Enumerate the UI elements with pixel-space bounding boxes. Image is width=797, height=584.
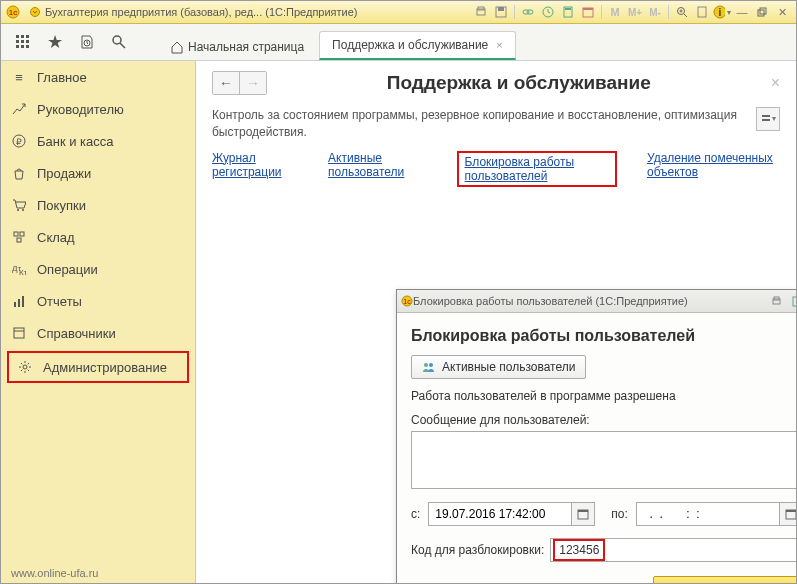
svg-line-34 (120, 43, 125, 48)
svg-text:1c: 1c (9, 8, 17, 17)
sidebar-item-admin[interactable]: Администрирование (7, 351, 189, 383)
calc-icon[interactable] (559, 4, 577, 20)
sidebar: ≡Главное Руководителю ₽Банк и касса Прод… (1, 61, 196, 584)
svg-rect-40 (20, 232, 24, 236)
links-row: Журнал регистрации Активные пользователи… (196, 141, 796, 197)
nav-forward-button[interactable]: → (239, 72, 266, 94)
link-icon[interactable] (519, 4, 537, 20)
svg-rect-28 (26, 40, 29, 43)
sidebar-item-purchases[interactable]: Покупки (1, 189, 195, 221)
page-description: ▾ Контроль за состоянием программы, резе… (196, 99, 796, 141)
from-date-input[interactable] (429, 507, 571, 521)
close-button[interactable]: ✕ (773, 4, 791, 20)
svg-rect-22 (760, 8, 766, 14)
print-icon[interactable] (472, 4, 490, 20)
link-delete-marked[interactable]: Удаление помеченных объектов (647, 151, 780, 187)
svg-point-61 (424, 363, 428, 367)
sidebar-item-manager[interactable]: Руководителю (1, 93, 195, 125)
dialog-print-icon[interactable] (767, 293, 785, 309)
svg-rect-21 (758, 10, 764, 16)
calendar-picker-icon[interactable] (571, 503, 594, 525)
sidebar-item-main[interactable]: ≡Главное (1, 61, 195, 93)
svg-rect-39 (14, 232, 18, 236)
calendar-picker-icon[interactable] (779, 503, 796, 525)
sidebar-label: Руководителю (37, 102, 124, 117)
zoom-icon[interactable] (673, 4, 691, 20)
svg-rect-44 (14, 302, 16, 307)
boxes-icon (11, 229, 27, 245)
to-date-field[interactable] (636, 502, 796, 526)
tab-support[interactable]: Поддержка и обслуживание × (319, 31, 516, 60)
message-textarea[interactable] (411, 431, 796, 489)
sidebar-item-dictionaries[interactable]: Справочники (1, 317, 195, 349)
history-icon[interactable] (73, 28, 101, 56)
restore-button[interactable] (753, 4, 771, 20)
dropdown-icon[interactable] (26, 4, 44, 20)
svg-rect-30 (21, 45, 24, 48)
link-block-users[interactable]: Блокировка работы пользователей (465, 155, 575, 183)
cart-icon (11, 197, 27, 213)
main-content: ← → Поддержка и обслуживание × ▾ Контрол… (196, 61, 796, 584)
tab-close-icon[interactable]: × (496, 39, 502, 51)
tab-home[interactable]: Начальная страница (157, 33, 317, 60)
svg-rect-66 (786, 510, 796, 512)
minimize-button[interactable]: — (733, 4, 751, 20)
tab-support-label: Поддержка и обслуживание (332, 38, 488, 52)
svg-text:1c: 1c (403, 298, 411, 305)
svg-rect-25 (26, 35, 29, 38)
sheet-icon[interactable] (693, 4, 711, 20)
link-active-users[interactable]: Активные пользователи (328, 151, 426, 187)
nav-back-button[interactable]: ← (213, 72, 239, 94)
bag-icon (11, 165, 27, 181)
sidebar-item-warehouse[interactable]: Склад (1, 221, 195, 253)
sidebar-label: Продажи (37, 166, 91, 181)
link-journal[interactable]: Журнал регистрации (212, 151, 298, 187)
message-label: Сообщение для пользователей: (411, 413, 796, 427)
sidebar-label: Склад (37, 230, 75, 245)
operations-icon: ДтКт (11, 261, 27, 277)
m-icon[interactable]: M (606, 4, 624, 20)
favorites-icon[interactable]: ★ (41, 28, 69, 56)
sidebar-item-sales[interactable]: Продажи (1, 157, 195, 189)
footer-link[interactable]: www.online-ufa.ru (11, 567, 98, 579)
unlock-code-field[interactable]: 123456 (550, 538, 796, 562)
search-icon[interactable] (105, 28, 133, 56)
ruble-icon: ₽ (11, 133, 27, 149)
to-date-input[interactable] (637, 507, 779, 521)
save-icon[interactable] (492, 4, 510, 20)
sidebar-item-operations[interactable]: ДтКтОперации (1, 253, 195, 285)
nav-arrows: ← → (212, 71, 267, 95)
apps-grid-icon[interactable] (9, 28, 37, 56)
mplus-icon[interactable]: M+ (626, 4, 644, 20)
dialog-titlebar: 1c Блокировка работы пользователей (1С:П… (397, 290, 796, 313)
mminus-icon[interactable]: M- (646, 4, 664, 20)
dialog-calc-icon[interactable] (787, 293, 796, 309)
tab-home-label: Начальная страница (188, 40, 304, 54)
from-label: с: (411, 507, 420, 521)
svg-rect-46 (22, 296, 24, 307)
link-block-users-highlight: Блокировка работы пользователей (457, 151, 617, 187)
info-icon[interactable]: i▾ (713, 4, 731, 20)
sidebar-item-reports[interactable]: Отчеты (1, 285, 195, 317)
dialog-title: Блокировка работы пользователей (1С:Пред… (413, 295, 688, 307)
calendar-icon[interactable] (579, 4, 597, 20)
active-users-label: Активные пользователи (442, 360, 575, 374)
sidebar-item-bank[interactable]: ₽Банк и касса (1, 125, 195, 157)
from-date-field[interactable] (428, 502, 595, 526)
to-label: по: (611, 507, 628, 521)
svg-rect-26 (16, 40, 19, 43)
users-icon (422, 361, 436, 373)
set-lock-button[interactable]: Установить блокировку (653, 576, 796, 584)
settings-list-button[interactable]: ▾ (756, 107, 780, 131)
svg-rect-18 (698, 7, 706, 17)
svg-rect-8 (527, 10, 533, 14)
page-close-icon[interactable]: × (771, 74, 780, 92)
clock-icon[interactable] (539, 4, 557, 20)
bars-icon (11, 293, 27, 309)
titlebar: 1c Бухгалтерия предприятия (базовая), ре… (1, 1, 796, 24)
chart-up-icon (11, 101, 27, 117)
active-users-button[interactable]: Активные пользователи (411, 355, 586, 379)
svg-rect-23 (16, 35, 19, 38)
sidebar-label: Справочники (37, 326, 116, 341)
svg-rect-41 (17, 238, 21, 242)
